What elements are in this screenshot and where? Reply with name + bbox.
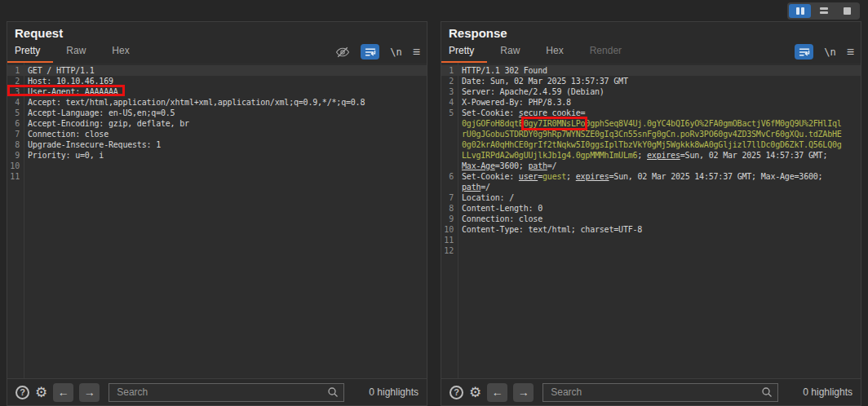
code-text: [22, 171, 427, 182]
code-line[interactable]: 6Set-Cookie: user=guest; expires=Sun, 02…: [441, 171, 861, 182]
code-line[interactable]: 0g02krA0qHhCE0grIf2tNqkw5I0ggsIplTbzVkY0…: [441, 139, 861, 150]
code-text: Accept: text/html,application/xhtml+xml,…: [28, 98, 365, 107]
line-number: [441, 129, 456, 139]
code-line[interactable]: 12: [441, 245, 861, 256]
code-text: =3600;: [495, 161, 529, 170]
line-number: 3: [441, 86, 456, 97]
code-line[interactable]: 6Accept-Encoding: gzip, deflate, br: [7, 118, 427, 129]
response-editor[interactable]: 1HTTP/1.1 302 Found2Date: Sun, 02 Mar 20…: [441, 63, 861, 378]
tab-hex[interactable]: Hex: [533, 41, 576, 63]
layout-columns-button[interactable]: [789, 4, 811, 18]
code-line[interactable]: 3Server: Apache/2.4.59 (Debian): [441, 86, 861, 97]
next-match-button[interactable]: →: [79, 383, 100, 402]
newline-toggle-icon[interactable]: \n: [390, 46, 401, 58]
search-icon: [327, 386, 339, 401]
code-line[interactable]: 9Priority: u=0, i: [7, 150, 427, 161]
code-text: Upgrade-Insecure-Requests: 1: [22, 139, 427, 150]
code-text: Connection: close: [456, 214, 861, 224]
editor-menu-icon[interactable]: ≡: [413, 46, 420, 59]
code-line[interactable]: path=/: [441, 182, 861, 192]
response-tabs-row: PrettyRawHexRender \n ≡: [441, 42, 861, 63]
code-line[interactable]: 7Location: /: [441, 192, 861, 203]
layout-segmented-control: [787, 2, 860, 20]
tab-raw[interactable]: Raw: [53, 41, 99, 63]
prev-match-button[interactable]: ←: [53, 383, 73, 402]
search-input[interactable]: [108, 383, 344, 402]
code-text: Accept-Language: en-US,en;q=0.5: [28, 108, 175, 117]
hide-matches-eye-icon[interactable]: [335, 46, 350, 58]
code-line[interactable]: 5Set-Cookie: secure_cookie=: [441, 108, 861, 118]
code-text: Content-Type: text/html; charset=UTF-8: [462, 225, 642, 234]
code-text: path=/: [456, 182, 861, 192]
rows-icon: [820, 7, 828, 14]
tab-pretty[interactable]: Pretty: [7, 41, 53, 63]
prev-match-button[interactable]: ←: [487, 383, 507, 402]
response-tabs: PrettyRawHexRender: [441, 41, 635, 63]
editor-menu-icon[interactable]: ≡: [847, 46, 854, 59]
code-text: Priority: u=0, i: [22, 150, 427, 161]
line-number: [441, 150, 456, 161]
line-number: [441, 182, 456, 192]
code-line[interactable]: 11: [7, 171, 427, 182]
code-line[interactable]: 10Content-Type: text/html; charset=UTF-8: [441, 224, 861, 235]
code-text: Connection: close: [22, 129, 427, 139]
code-text: X-Powered-By: PHP/8.3.8: [462, 98, 571, 107]
newline-toggle-icon[interactable]: \n: [824, 46, 835, 58]
response-panel: Response PrettyRawHexRender \n ≡: [441, 21, 861, 406]
code-line[interactable]: 2Host: 10.10.46.169: [7, 76, 427, 86]
code-text: Upgrade-Insecure-Requests: 1: [28, 140, 161, 149]
line-number: 8: [441, 203, 456, 214]
request-tabs-row: PrettyRawHex: [7, 42, 427, 63]
code-line[interactable]: 10: [7, 161, 427, 171]
code-line[interactable]: 8Content-Length: 0: [441, 203, 861, 214]
code-line[interactable]: 11: [441, 235, 861, 245]
code-text: ;: [566, 172, 576, 181]
help-icon[interactable]: ?: [450, 386, 463, 399]
code-text: X-Powered-By: PHP/8.3.8: [456, 97, 861, 108]
wrap-text-icon[interactable]: [361, 44, 379, 60]
code-line[interactable]: 1GET / HTTP/1.1: [7, 65, 427, 76]
layout-rows-button[interactable]: [813, 4, 835, 18]
code-text: Accept-Encoding: gzip, deflate, br: [22, 118, 427, 129]
code-text: Date: Sun, 02 Mar 2025 13:57:37 GMT: [462, 77, 628, 86]
gear-icon[interactable]: ⚙: [469, 386, 481, 399]
code-line[interactable]: 9Connection: close: [441, 214, 861, 224]
next-match-button[interactable]: →: [513, 383, 534, 402]
code-line[interactable]: 7Connection: close: [7, 129, 427, 139]
code-line[interactable]: 4X-Powered-By: PHP/8.3.8: [441, 97, 861, 108]
request-editor[interactable]: 1GET / HTTP/1.12Host: 10.10.46.1693User-…: [7, 63, 427, 378]
line-number: 7: [441, 192, 456, 203]
code-line[interactable]: 4Accept: text/html,application/xhtml+xml…: [7, 97, 427, 108]
code-line[interactable]: 3User-Agent: AAAAAAA: [7, 86, 427, 97]
columns-icon: [801, 7, 804, 15]
help-icon[interactable]: ?: [16, 386, 29, 399]
layout-single-button[interactable]: [836, 4, 858, 18]
search-input[interactable]: [542, 383, 778, 402]
code-text: Set-Cookie:: [462, 108, 519, 117]
code-line[interactable]: LLvgIRPdA2w0gUUjlkJb1g4.0gpMMMhImULm6; e…: [441, 150, 861, 161]
code-line[interactable]: Max-Age=3600; path=/: [441, 161, 861, 171]
top-bar: [0, 0, 868, 21]
code-line[interactable]: 2Date: Sun, 02 Mar 2025 13:57:37 GMT: [441, 76, 861, 86]
tab-hex[interactable]: Hex: [99, 41, 142, 63]
code-line[interactable]: 5Accept-Language: en-US,en;q=0.5: [7, 108, 427, 118]
response-toolbar: \n ≡: [795, 44, 854, 63]
line-number: 11: [441, 235, 456, 245]
code-text: Host: 10.10.46.169: [22, 76, 427, 86]
code-text: 0gjGOFoH8dqtE: [462, 119, 524, 128]
code-text: Max-Age: [462, 161, 495, 170]
wrap-text-icon[interactable]: [795, 44, 813, 60]
code-line[interactable]: 0gjGOFoH8dqtE0gy7IR0MNsLPo0gphSeq8V4Uj.0…: [441, 118, 861, 129]
code-line[interactable]: rU0gJGobuSTDRDY0g9hRp7WYNSZE0gIq3Cn55snF…: [441, 129, 861, 139]
tab-pretty[interactable]: Pretty: [441, 41, 487, 63]
code-text: LLvgIRPdA2w0gUUjlkJb1g4.0gpMMMhImULm6; e…: [456, 150, 861, 161]
tab-raw[interactable]: Raw: [487, 41, 533, 63]
search-field-wrap: [108, 383, 344, 402]
code-text: Accept-Encoding: gzip, deflate, br: [28, 119, 189, 128]
red-annotation-box: 0gy7IR0MNsLPo: [524, 119, 586, 128]
code-text: rU0gJGobuSTDRDY0g9hRp7WYNSZE0gIq3Cn55snF…: [462, 130, 842, 139]
gear-icon[interactable]: ⚙: [35, 386, 47, 399]
line-number: [441, 139, 456, 150]
code-line[interactable]: 8Upgrade-Insecure-Requests: 1: [7, 139, 427, 150]
code-line[interactable]: 1HTTP/1.1 302 Found: [441, 65, 861, 76]
